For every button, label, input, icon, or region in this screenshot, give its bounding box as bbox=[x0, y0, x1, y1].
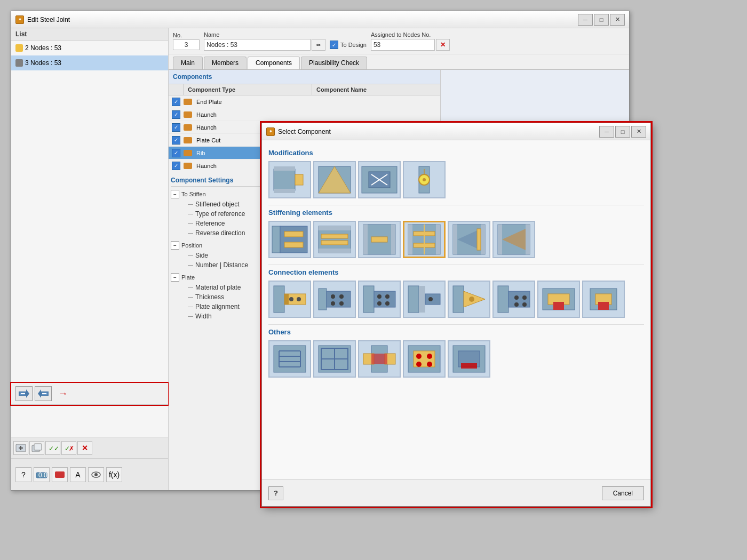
comp-thumbnail[interactable] bbox=[537, 281, 580, 318]
list-item[interactable]: 2 Nodes : 53 bbox=[11, 41, 168, 55]
svg-point-99 bbox=[514, 295, 519, 300]
list-item-selected[interactable]: 3 Nodes : 53 bbox=[11, 55, 168, 70]
svg-point-127 bbox=[427, 354, 432, 359]
row-checkbox[interactable]: ✓ bbox=[169, 98, 184, 106]
maximize-button[interactable]: □ bbox=[594, 14, 609, 26]
comp-thumbnail[interactable] bbox=[403, 340, 446, 378]
comp-thumbnail[interactable] bbox=[268, 221, 311, 258]
svg-point-82 bbox=[331, 301, 335, 306]
svg-rect-75 bbox=[284, 294, 289, 305]
comp-thumbnail[interactable] bbox=[448, 340, 490, 378]
assigned-input[interactable] bbox=[371, 39, 435, 51]
svg-rect-51 bbox=[321, 241, 348, 245]
name-edit-button[interactable]: ✏ bbox=[312, 39, 325, 51]
tree-dash bbox=[188, 255, 193, 256]
tree-expand-icon[interactable]: − bbox=[171, 190, 179, 198]
assigned-delete-button[interactable]: ✕ bbox=[436, 39, 450, 51]
eye-button[interactable] bbox=[88, 467, 104, 482]
settings-button[interactable]: 0.00 bbox=[34, 467, 50, 482]
minimize-button[interactable]: ─ bbox=[578, 14, 593, 26]
comp-thumbnail[interactable] bbox=[448, 221, 490, 258]
right-arrow-button[interactable] bbox=[35, 386, 52, 401]
tab-plausibility[interactable]: Plausibility Check bbox=[301, 57, 367, 69]
comp-thumbnail[interactable] bbox=[358, 340, 401, 378]
svg-rect-85 bbox=[374, 291, 395, 307]
comp-thumbnail[interactable] bbox=[492, 221, 535, 258]
dialog-content: Modifications bbox=[262, 140, 650, 479]
to-design-checkbox[interactable]: ✓ bbox=[330, 41, 338, 49]
red-arrow-indicator: → bbox=[58, 388, 68, 399]
comp-thumbnail-selected[interactable] bbox=[403, 221, 446, 258]
close-button[interactable]: ✕ bbox=[610, 14, 625, 26]
dialog-help-button[interactable]: ? bbox=[268, 486, 283, 500]
svg-point-126 bbox=[416, 354, 422, 359]
assigned-field-group: Assigned to Nodes No. ✕ bbox=[371, 31, 450, 51]
tab-main[interactable]: Main bbox=[173, 57, 203, 69]
text-button[interactable]: A bbox=[70, 467, 86, 482]
components-header: Components bbox=[169, 70, 440, 84]
row-icon bbox=[184, 137, 192, 143]
svg-rect-84 bbox=[363, 286, 374, 313]
comp-thumbnail[interactable] bbox=[358, 221, 401, 258]
comp-thumbnail[interactable] bbox=[313, 161, 356, 198]
dialog-minimize-button[interactable]: ─ bbox=[599, 126, 614, 138]
check-col-header bbox=[169, 84, 184, 95]
add-component-button[interactable] bbox=[13, 441, 28, 455]
row-checkbox[interactable]: ✓ bbox=[169, 162, 184, 170]
section-divider bbox=[268, 205, 644, 205]
bottom-toolbar: ? 0.00 A f(x) bbox=[11, 458, 169, 490]
tree-child-label: Material of plate bbox=[195, 284, 241, 291]
left-arrow-button[interactable] bbox=[15, 386, 33, 401]
svg-rect-123 bbox=[371, 354, 387, 364]
svg-rect-68 bbox=[477, 229, 481, 250]
tree-expand-icon[interactable]: − bbox=[171, 273, 179, 282]
row-checkbox[interactable]: ✓ bbox=[169, 136, 184, 145]
tabs-bar: Main Members Components Plausibility Che… bbox=[169, 54, 629, 70]
svg-rect-60 bbox=[436, 225, 440, 254]
comp-thumbnail[interactable] bbox=[403, 281, 446, 318]
row-checkbox[interactable]: ✓ bbox=[169, 110, 184, 119]
table-row[interactable]: ✓ Haunch bbox=[169, 108, 440, 121]
comp-thumbnail[interactable] bbox=[448, 281, 490, 318]
svg-rect-3 bbox=[21, 393, 25, 394]
row-checkbox[interactable]: ✓ bbox=[169, 149, 184, 157]
comp-thumbnail[interactable] bbox=[358, 281, 401, 318]
check-button[interactable]: ✓ ✗ bbox=[61, 441, 76, 455]
color-button[interactable] bbox=[52, 467, 68, 482]
cancel-button[interactable]: Cancel bbox=[602, 486, 644, 500]
check-ok-button[interactable]: ✓✓ bbox=[45, 441, 60, 455]
tree-expand-icon[interactable]: − bbox=[171, 241, 179, 250]
tab-members[interactable]: Members bbox=[204, 57, 247, 69]
dialog-footer: ? Cancel bbox=[262, 479, 650, 506]
svg-point-88 bbox=[377, 301, 382, 306]
copy-button[interactable] bbox=[29, 441, 44, 455]
comp-thumbnail[interactable] bbox=[313, 340, 356, 378]
table-row[interactable]: ✓ End Plate bbox=[169, 95, 440, 108]
name-input[interactable] bbox=[204, 39, 311, 51]
comp-thumbnail[interactable] bbox=[313, 281, 356, 318]
comp-thumbnail[interactable] bbox=[582, 281, 625, 318]
tab-components[interactable]: Components bbox=[248, 57, 300, 69]
formula-button[interactable]: f(x) bbox=[106, 467, 122, 482]
row-checkbox[interactable]: ✓ bbox=[169, 123, 184, 132]
dialog-maximize-button[interactable]: □ bbox=[615, 126, 630, 138]
svg-rect-66 bbox=[481, 225, 485, 254]
section-stiffening-title: Stiffening elements bbox=[268, 209, 644, 217]
comp-thumbnail[interactable] bbox=[313, 221, 356, 258]
name-col-header: Component Name bbox=[312, 84, 440, 95]
comp-thumbnail[interactable] bbox=[268, 340, 311, 378]
svg-point-80 bbox=[331, 294, 335, 299]
comp-thumbnail[interactable] bbox=[403, 161, 446, 198]
comp-thumbnail[interactable] bbox=[268, 281, 311, 318]
comp-thumbnail[interactable] bbox=[492, 281, 535, 318]
svg-rect-90 bbox=[408, 286, 419, 313]
help-button[interactable]: ? bbox=[15, 467, 31, 482]
tree-child-label: Width bbox=[195, 313, 212, 320]
comp-thumbnail[interactable] bbox=[358, 161, 401, 198]
name-label: Name bbox=[204, 31, 325, 38]
dialog-close-button[interactable]: ✕ bbox=[631, 126, 646, 138]
no-input[interactable] bbox=[173, 39, 200, 50]
delete-button[interactable]: ✕ bbox=[77, 441, 92, 455]
comp-thumbnail[interactable] bbox=[268, 161, 311, 198]
svg-rect-32 bbox=[295, 174, 303, 185]
